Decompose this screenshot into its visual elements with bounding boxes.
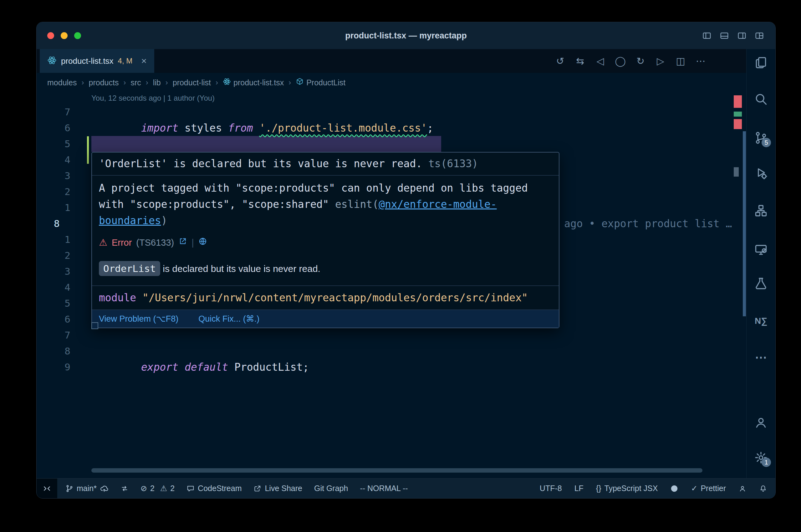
more-actions-icon[interactable]: ⋯ bbox=[695, 55, 706, 67]
tab-problem-modified-flags: 4, M bbox=[118, 57, 133, 65]
tab-product-list[interactable]: product-list.tsx 4, M × bbox=[40, 49, 154, 73]
breadcrumb-products[interactable]: products bbox=[89, 78, 119, 87]
breadcrumb-separator: › bbox=[82, 78, 84, 87]
notifications-item[interactable] bbox=[759, 484, 767, 493]
search-icon[interactable] bbox=[754, 92, 768, 106]
globe-icon[interactable] bbox=[198, 237, 207, 248]
breadcrumb-modules[interactable]: modules bbox=[47, 78, 77, 87]
git-branch-item[interactable]: main* bbox=[66, 484, 109, 493]
vim-mode-indicator[interactable]: -- NORMAL -- bbox=[360, 484, 408, 493]
run-debug-icon[interactable] bbox=[754, 166, 768, 180]
encoding-item[interactable]: UTF-8 bbox=[540, 484, 562, 493]
string-css-path: './product-list.module.css' bbox=[259, 122, 427, 134]
keyword-from: from bbox=[228, 122, 253, 134]
compare-branch-item[interactable] bbox=[121, 484, 129, 493]
customize-layout-icon[interactable] bbox=[755, 31, 764, 40]
titlebar[interactable]: product-list.tsx — myreactapp bbox=[37, 22, 775, 50]
language-mode-item[interactable]: {} TypeScript JSX bbox=[596, 484, 658, 493]
testing-beaker-icon[interactable] bbox=[754, 277, 768, 290]
split-editor-icon[interactable]: ◫ bbox=[675, 55, 686, 67]
overview-ruler-error-mark bbox=[734, 95, 742, 108]
run-file-icon[interactable]: ▷ bbox=[655, 55, 666, 67]
breadcrumb-file[interactable]: product-list.tsx bbox=[223, 77, 284, 88]
line-number: 1 bbox=[37, 200, 74, 216]
line-number: 4 bbox=[37, 152, 74, 168]
react-icon bbox=[47, 56, 57, 66]
remote-explorer-icon[interactable] bbox=[754, 243, 768, 256]
account-icon[interactable] bbox=[754, 416, 768, 430]
line-number: 2 bbox=[37, 248, 74, 264]
codestream-label: CodeStream bbox=[198, 484, 241, 493]
project-graph-icon[interactable] bbox=[754, 204, 768, 217]
tab-bar: product-list.tsx 4, M × ↺ ⇆ ◁ ◯ ↻ ▷ ◫ ⋯ bbox=[37, 49, 747, 73]
activity-bar: 5 N∑ ⋯ 1 bbox=[746, 49, 775, 478]
breadcrumb-separator: › bbox=[146, 78, 148, 87]
line-number: 8 bbox=[37, 343, 74, 359]
horizontal-scrollbar[interactable] bbox=[91, 468, 703, 473]
line-number: 3 bbox=[37, 168, 74, 184]
breadcrumb-file-label: product-list.tsx bbox=[233, 78, 284, 87]
module-path-string: "/Users/juri/nrwl/content/myreactapp/mod… bbox=[136, 292, 528, 304]
breadcrumb-lib[interactable]: lib bbox=[153, 78, 161, 87]
errors-icon: ⊘ bbox=[141, 484, 147, 493]
gitlens-codelens-blame: You, 12 seconds ago | 1 author (You) bbox=[91, 92, 215, 104]
live-share-item[interactable]: Live Share bbox=[253, 484, 302, 493]
feedback-person-icon bbox=[739, 484, 747, 493]
breadcrumb-symbol[interactable]: ProductList bbox=[296, 77, 345, 88]
keyword-default: default bbox=[185, 361, 228, 373]
line-number: 2 bbox=[37, 184, 74, 200]
toggle-primary-sidebar-icon[interactable] bbox=[702, 31, 711, 40]
line-number: 7 bbox=[37, 104, 74, 120]
hover-resize-handle[interactable] bbox=[91, 322, 98, 329]
line-number: 3 bbox=[37, 264, 74, 280]
git-graph-item[interactable]: Git Graph bbox=[314, 484, 348, 493]
vscode-window: product-list.tsx — myreactapp bbox=[36, 22, 776, 498]
codestream-item[interactable]: CodeStream bbox=[186, 484, 241, 493]
source-control-icon[interactable]: 5 bbox=[754, 131, 768, 145]
more-views-icon[interactable]: ⋯ bbox=[754, 350, 768, 364]
prettier-item[interactable]: ✓ Prettier bbox=[691, 484, 726, 493]
quick-fix-link[interactable]: Quick Fix... (⌘.) bbox=[198, 314, 259, 324]
hover-eslint-source: eslint( bbox=[335, 198, 379, 210]
hover-symbol-row: OrderList is declared but its value is n… bbox=[92, 252, 559, 285]
problems-item[interactable]: ⊘ 2 ⚠ 2 bbox=[141, 484, 175, 493]
toggle-secondary-sidebar-icon[interactable] bbox=[737, 31, 747, 40]
github-item[interactable] bbox=[670, 484, 678, 493]
view-problem-link[interactable]: View Problem (⌥F8) bbox=[99, 314, 178, 324]
line-numbers-gutter[interactable]: 7 6 5 4 3 2 1 8 1 2 3 4 5 6 7 8 9 bbox=[37, 104, 74, 375]
tab-close-icon[interactable]: × bbox=[141, 56, 147, 66]
pull-request-icon[interactable]: ⇆ bbox=[575, 55, 585, 67]
toggle-panel-icon[interactable] bbox=[720, 31, 729, 40]
line-number: 4 bbox=[37, 280, 74, 296]
vertical-scrollbar[interactable] bbox=[743, 131, 746, 316]
keyword-module: module bbox=[99, 292, 136, 304]
breadcrumb-product-list[interactable]: product-list bbox=[173, 78, 211, 87]
line-number: 1 bbox=[37, 232, 74, 248]
code-line-export-default: export default ProductList; bbox=[91, 343, 309, 359]
minimap-slider[interactable] bbox=[734, 167, 739, 177]
hover-error-label: Error bbox=[112, 237, 132, 248]
breadcrumb-separator: › bbox=[123, 78, 126, 87]
identifier-productlist: ProductList bbox=[234, 361, 303, 373]
hover-module-path: module "/Users/juri/nrwl/content/myreact… bbox=[92, 285, 559, 309]
explorer-icon[interactable] bbox=[754, 56, 768, 70]
language-label: TypeScript JSX bbox=[604, 484, 658, 493]
line-number: 5 bbox=[37, 136, 74, 152]
external-link-icon[interactable] bbox=[178, 237, 187, 248]
breadcrumb-src[interactable]: src bbox=[130, 78, 141, 87]
code-editor[interactable]: You, 12 seconds ago | 1 author (You) 7 6… bbox=[37, 92, 747, 478]
nx-console-icon[interactable]: N∑ bbox=[754, 314, 768, 328]
feedback-item[interactable] bbox=[739, 484, 747, 493]
open-changes-icon[interactable]: ◁ bbox=[595, 55, 605, 67]
breadcrumb: modules › products › src › lib › product… bbox=[37, 73, 757, 92]
remote-indicator[interactable] bbox=[37, 478, 57, 498]
line-number: 6 bbox=[37, 311, 74, 327]
eol-item[interactable]: LF bbox=[575, 484, 584, 493]
status-bar: main* ⊘ 2 ⚠ 2 CodeStream bbox=[37, 478, 775, 498]
settings-gear-icon[interactable]: 1 bbox=[754, 451, 768, 464]
annotate-icon[interactable]: ◯ bbox=[615, 55, 626, 67]
eol-label: LF bbox=[575, 484, 584, 493]
timeline-icon[interactable]: ↺ bbox=[555, 55, 565, 67]
semicolon: ; bbox=[427, 122, 433, 134]
sync-icon[interactable]: ↻ bbox=[635, 55, 646, 67]
